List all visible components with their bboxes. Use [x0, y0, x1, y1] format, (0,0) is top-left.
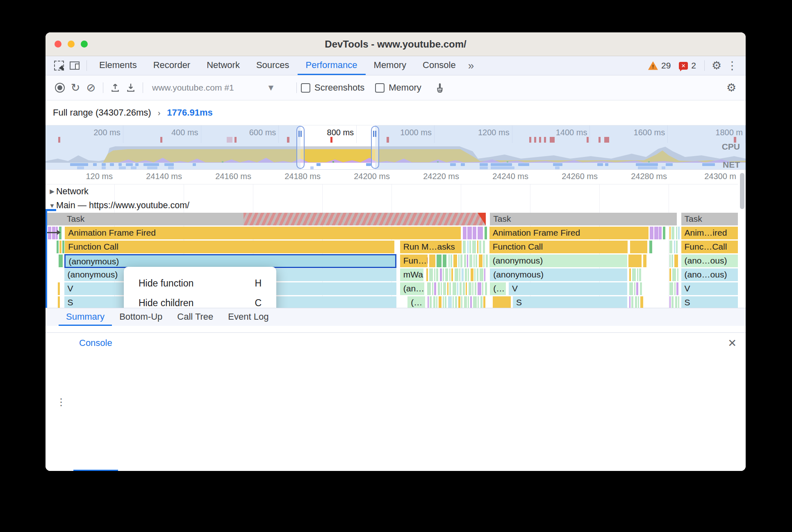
details-tab-summary[interactable]: Summary [59, 308, 112, 326]
close-drawer-icon[interactable]: ✕ [728, 337, 737, 350]
flame-sliver[interactable] [493, 296, 511, 308]
flame-sliver-zone[interactable] [629, 282, 642, 295]
flame-entry[interactable]: (anonymous) [489, 255, 627, 267]
flame-sliver[interactable] [643, 255, 646, 267]
screenshots-checkbox[interactable] [301, 83, 310, 93]
settings-gear-icon[interactable]: ⚙ [709, 58, 724, 73]
flame-chart[interactable]: ▶ Network ▼ Main — https://www.youtube.c… [46, 184, 738, 308]
flame-sliver[interactable] [654, 227, 658, 239]
tab-performance[interactable]: Performance [298, 56, 366, 75]
history-selector[interactable]: www.youtube.com #1 ▼ [152, 83, 287, 93]
full-range-crumb[interactable]: Full range (34307.26ms) [53, 107, 151, 118]
save-profile-icon[interactable] [123, 80, 139, 95]
flame-sliver[interactable] [630, 241, 647, 253]
flame-entry[interactable]: Task [46, 213, 244, 225]
flame-sliver[interactable] [467, 227, 471, 239]
kebab-menu-icon[interactable]: ⋮ [724, 58, 740, 73]
details-tab-event-log[interactable]: Event Log [221, 308, 276, 326]
flame-sliver[interactable] [663, 227, 666, 239]
flame-sliver[interactable] [478, 227, 483, 239]
flame-sliver[interactable] [650, 227, 653, 239]
details-tab-call-tree[interactable]: Call Tree [170, 308, 221, 326]
flame-sliver-zone[interactable] [669, 282, 680, 295]
flame-entry[interactable]: V [681, 282, 738, 295]
flame-entry[interactable]: S [513, 296, 627, 308]
flame-entry[interactable]: S [681, 296, 738, 308]
flame-sliver[interactable] [429, 255, 435, 267]
flame-sliver[interactable] [463, 227, 466, 239]
flame-sliver[interactable] [649, 241, 652, 253]
clear-recording-button[interactable]: ⊘ [83, 80, 99, 95]
flame-sliver[interactable] [485, 227, 487, 239]
reload-and-record-button[interactable]: ↻ [68, 80, 83, 95]
tab-sources[interactable]: Sources [248, 56, 298, 75]
flame-entry[interactable]: Animation Frame Fired [65, 227, 461, 239]
flame-sliver-zone[interactable] [669, 227, 680, 239]
flame-sliver[interactable] [443, 255, 446, 267]
flame-entry[interactable]: Function Call [489, 241, 628, 253]
flame-entry[interactable]: Fun…ll [400, 255, 428, 267]
flame-sliver-zone[interactable] [669, 255, 680, 267]
flame-entry[interactable]: Animation Frame Fired [489, 227, 649, 239]
inspect-element-icon[interactable] [51, 58, 67, 73]
flame-entry[interactable]: (an…s) [400, 282, 424, 295]
flame-entry[interactable]: Func…Call [681, 241, 738, 253]
flame-entry[interactable]: Anim…ired [681, 227, 738, 239]
tab-memory[interactable]: Memory [366, 56, 414, 75]
flame-sliver[interactable] [58, 296, 60, 308]
menu-item-hide-function[interactable]: Hide functionH [124, 273, 276, 293]
flame-sliver-zone[interactable] [463, 241, 486, 253]
more-tabs-icon[interactable]: » [464, 59, 478, 72]
flame-sliver-zone[interactable] [629, 268, 642, 281]
flame-sliver[interactable] [62, 241, 64, 253]
flame-sliver-zone[interactable] [629, 296, 642, 308]
flame-sliver-zone[interactable] [669, 241, 680, 253]
capture-settings-gear-icon[interactable]: ⚙ [724, 80, 739, 95]
tab-console[interactable]: Console [414, 56, 464, 75]
selection-handle-left[interactable] [296, 126, 305, 169]
flame-entry[interactable]: (anonymous) [64, 254, 397, 268]
flame-sliver[interactable] [473, 227, 476, 239]
flame-sliver[interactable] [59, 255, 63, 267]
collect-garbage-icon[interactable] [432, 80, 448, 95]
drawer-tab-console[interactable]: Console [73, 333, 118, 471]
flame-entry[interactable]: V [509, 282, 627, 295]
zoom-window-button[interactable] [81, 41, 88, 48]
details-tab-bottom-up[interactable]: Bottom-Up [112, 308, 170, 326]
flame-sliver-zone[interactable] [428, 296, 487, 308]
load-profile-icon[interactable] [107, 80, 123, 95]
flame-sliver[interactable] [437, 255, 442, 267]
vertical-scrollbar[interactable] [740, 173, 744, 209]
flame-sliver[interactable] [659, 227, 662, 239]
flame-entry[interactable]: Run M…asks [400, 241, 462, 253]
errors-indicator[interactable]: ✕ 2 [679, 61, 696, 70]
track-network[interactable]: ▶ Network [46, 184, 738, 198]
flame-entry[interactable]: mWa [400, 268, 423, 281]
flame-entry[interactable]: Task [681, 213, 738, 225]
flame-entry[interactable]: (ano…ous) [681, 268, 738, 281]
flame-sliver[interactable] [628, 255, 642, 267]
flame-entry[interactable]: (… [407, 296, 425, 308]
tab-elements[interactable]: Elements [91, 56, 145, 75]
drawer-kebab-menu-icon[interactable]: ⋮ [56, 397, 66, 407]
flame-sliver-zone[interactable] [669, 268, 680, 281]
tab-network[interactable]: Network [198, 56, 248, 75]
close-window-button[interactable] [55, 41, 61, 48]
flame-entry[interactable]: (ano…ous) [681, 255, 738, 267]
flame-entry[interactable]: Function Call [65, 241, 394, 253]
device-toolbar-icon[interactable] [67, 58, 82, 73]
flame-sliver-zone[interactable] [426, 268, 487, 281]
warnings-indicator[interactable]: ! 29 [648, 61, 671, 70]
flame-entry[interactable]: (… [490, 282, 506, 295]
minimize-window-button[interactable] [68, 41, 75, 48]
expanded-triangle-icon[interactable]: ▼ [48, 202, 56, 209]
menu-item-hide-children[interactable]: Hide childrenC [124, 293, 276, 308]
flame-sliver-zone[interactable] [448, 255, 487, 267]
flame-sliver[interactable] [244, 213, 486, 225]
track-main[interactable]: ▼ Main — https://www.youtube.com/ [46, 198, 738, 212]
selected-range-crumb[interactable]: 1776.91ms [167, 107, 212, 118]
flame-entry[interactable]: (anonymous) [490, 268, 627, 281]
record-button[interactable] [52, 80, 68, 95]
selection-handle-right[interactable] [371, 126, 379, 169]
flame-sliver[interactable] [59, 241, 61, 253]
